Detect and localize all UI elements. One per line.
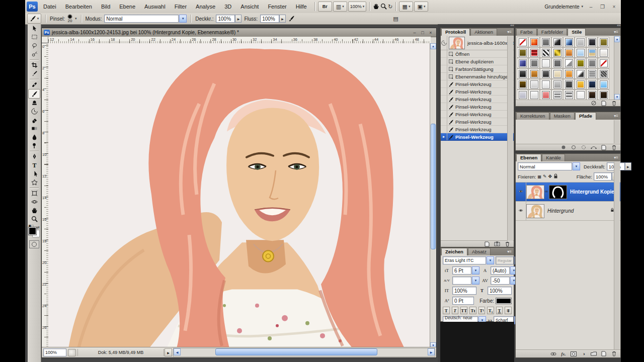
horizontal-scroll-thumb[interactable] — [215, 348, 377, 355]
3d-rotate-tool[interactable] — [29, 189, 40, 198]
horizontal-scale-input[interactable]: 100% — [488, 287, 512, 295]
layers-scrollbar[interactable] — [614, 162, 620, 350]
custom-shape-tool[interactable] — [29, 178, 40, 187]
menu-ansicht[interactable]: Ansicht — [236, 1, 263, 13]
screen-mode-button[interactable]: ▣▾ — [414, 2, 428, 12]
style-swatch[interactable] — [517, 79, 528, 89]
history-source-gutter[interactable] — [441, 73, 447, 80]
zoom-tool-button[interactable] — [380, 3, 387, 11]
brush-preset-picker[interactable]: 20 — [67, 14, 72, 23]
style-swatch[interactable] — [586, 47, 598, 58]
leading-select[interactable]: (Auto)▼ — [491, 266, 518, 275]
hand-tool[interactable] — [29, 206, 40, 215]
style-swatch[interactable] — [575, 79, 586, 89]
style-swatch[interactable] — [575, 47, 586, 58]
style-swatch[interactable] — [575, 37, 586, 47]
history-state-row[interactable]: Ebenenmaske hinzufügen — [441, 73, 514, 80]
lock-all-icon[interactable] — [553, 173, 558, 179]
doc-close-button[interactable]: × — [427, 30, 434, 36]
marquee-tool[interactable] — [29, 33, 40, 41]
style-swatch[interactable] — [563, 58, 575, 68]
style-swatch[interactable] — [540, 47, 551, 58]
dock-collapse-bar[interactable]: «« — [515, 24, 622, 28]
swap-colors-icon[interactable]: ⇄ — [36, 225, 40, 230]
style-swatch[interactable] — [598, 68, 609, 79]
lock-pixels-icon[interactable]: ✎ — [543, 174, 547, 179]
minimize-button[interactable]: – — [587, 4, 595, 10]
tab-aktionen[interactable]: Aktionen — [470, 28, 497, 36]
doc-maximize-button[interactable]: □ — [419, 30, 426, 36]
eyedropper-tool[interactable] — [29, 69, 40, 78]
layer-name[interactable]: Hintergrund — [544, 208, 574, 214]
type-style-button-1[interactable]: T — [452, 307, 459, 314]
style-swatch[interactable] — [563, 89, 575, 100]
move-tool[interactable] — [29, 24, 40, 33]
clone-stamp-tool[interactable] — [29, 99, 40, 107]
arrange-documents-button[interactable]: ▦▾ — [399, 2, 413, 12]
style-swatch[interactable] — [540, 89, 551, 100]
style-swatch[interactable] — [528, 79, 540, 89]
scroll-up-icon[interactable]: ▲ — [614, 36, 620, 42]
layer-blend-mode-select[interactable]: Normal▼ — [518, 162, 580, 170]
panel-menu-icon[interactable]: ▾≡ — [505, 248, 514, 255]
type-style-button-3[interactable]: Tt — [469, 307, 476, 314]
font-family-select[interactable]: Eras Light ITC▼ — [443, 256, 494, 264]
style-swatch[interactable] — [586, 89, 598, 100]
font-size-select[interactable]: 6 Pt▼ — [452, 266, 479, 275]
history-source-gutter[interactable] — [441, 96, 447, 103]
style-swatch[interactable] — [540, 37, 551, 47]
history-state-row[interactable]: Pinsel-Werkzeug — [441, 80, 514, 88]
mask-link-icon[interactable] — [544, 183, 549, 201]
history-state-row[interactable]: Ebene duplizieren — [441, 58, 514, 65]
new-layer-icon[interactable] — [600, 351, 607, 356]
layer-row[interactable]: Hintergrund Kopie — [516, 183, 620, 202]
style-swatch[interactable] — [575, 68, 586, 79]
tab-zeichen[interactable]: Zeichen — [441, 248, 467, 255]
vertical-scale-input[interactable]: 100% — [452, 287, 476, 295]
new-group-icon[interactable] — [590, 351, 597, 356]
new-adjustment-layer-icon[interactable]: ◑ — [580, 351, 587, 356]
blend-mode-select[interactable]: Normal ▼ — [104, 15, 187, 23]
layer-thumbnail[interactable] — [526, 204, 544, 218]
history-brush-tool[interactable] — [29, 107, 40, 116]
slider-arrow-icon[interactable]: ▶ — [625, 162, 631, 170]
history-state-row[interactable]: Pinsel-Werkzeug — [441, 111, 514, 118]
add-layer-mask-icon[interactable] — [570, 351, 577, 356]
style-swatch[interactable] — [598, 79, 609, 89]
style-swatch[interactable] — [551, 58, 563, 68]
airbrush-toggle[interactable] — [288, 15, 295, 23]
scroll-right-icon[interactable]: ▶ — [428, 348, 435, 355]
tab-protokoll[interactable]: Protokoll — [441, 28, 470, 36]
new-path-icon[interactable] — [600, 145, 607, 150]
menu-3d[interactable]: 3D — [220, 1, 236, 13]
history-source-gutter[interactable] — [441, 36, 447, 50]
launch-bridge-button[interactable]: Br — [318, 2, 332, 12]
tab-ebenen[interactable]: Ebenen — [516, 154, 541, 161]
quick-mask-button[interactable] — [29, 240, 39, 248]
hand-tool-button[interactable] — [373, 3, 379, 11]
load-path-selection-icon[interactable] — [580, 145, 587, 150]
menu-auswahl[interactable]: Auswahl — [140, 1, 170, 13]
style-swatch[interactable] — [586, 37, 598, 47]
history-source-gutter[interactable] — [441, 118, 447, 125]
history-scrollbar[interactable] — [507, 36, 513, 241]
zoom-tool[interactable] — [29, 215, 40, 223]
type-style-button-7[interactable]: T — [505, 307, 512, 314]
layer-mask-thumbnail[interactable] — [549, 185, 567, 199]
layer-name[interactable]: Hintergrund Kopie — [567, 189, 614, 195]
menu-bild[interactable]: Bild — [97, 1, 115, 13]
history-state-row[interactable]: Pinsel-Werkzeug — [441, 118, 514, 126]
canvas-image[interactable] — [48, 43, 431, 348]
style-swatch[interactable] — [586, 58, 598, 68]
styles-scrollbar[interactable]: ▲ ▼ — [614, 36, 620, 100]
tab-stile[interactable]: Stile — [568, 28, 586, 36]
style-swatch[interactable] — [598, 47, 609, 58]
baseline-shift-input[interactable]: 0 Pt — [452, 297, 474, 305]
history-state-row[interactable]: ▸Pinsel-Werkzeug — [441, 133, 514, 141]
horizontal-scrollbar[interactable]: ◀ ▶ — [173, 348, 435, 357]
style-swatch[interactable] — [598, 58, 609, 68]
panel-menu-icon[interactable]: ▾≡ — [612, 154, 620, 161]
menu-hilfe[interactable]: Hilfe — [291, 1, 311, 13]
kerning-select[interactable]: ▼ — [452, 277, 479, 285]
style-swatch[interactable] — [540, 58, 551, 68]
